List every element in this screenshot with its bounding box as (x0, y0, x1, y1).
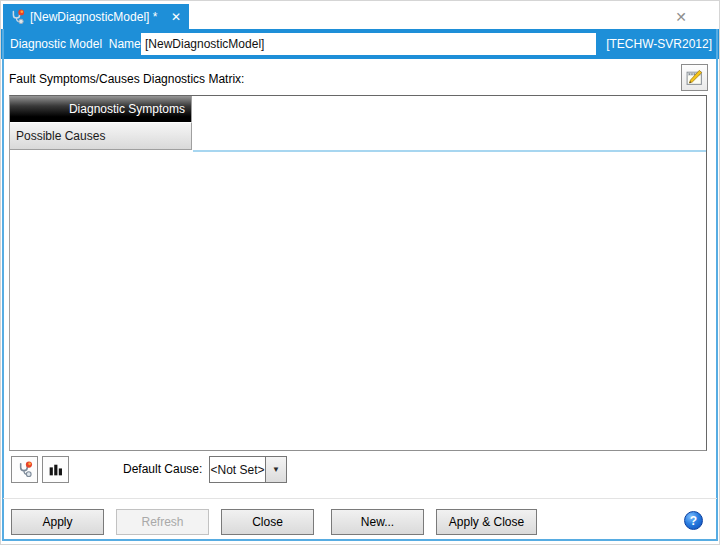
bar-chart-icon (47, 461, 64, 478)
edit-matrix-button[interactable] (681, 64, 708, 91)
default-cause-combobox[interactable]: <Not Set> ▼ (209, 456, 287, 483)
diagnostic-view-button[interactable] (11, 456, 38, 483)
tab-close-icon[interactable]: ✕ (171, 11, 181, 23)
new-button[interactable]: New... (331, 509, 424, 535)
default-cause-value: <Not Set> (210, 457, 265, 482)
diagnostic-model-window: [NewDiagnosticModel] * ✕ ✕ Diagnostic Mo… (0, 0, 720, 545)
causes-header-cell: Possible Causes (10, 122, 192, 150)
symptoms-header-cell: Diagnostic Symptoms (10, 96, 192, 122)
stethoscope-alert-icon (9, 9, 25, 25)
default-cause-label: Default Cause: (123, 456, 202, 483)
matrix-row-highlight-line (193, 150, 706, 152)
refresh-button[interactable]: Refresh (116, 509, 209, 535)
note-edit-icon (685, 68, 704, 87)
close-button[interactable]: Close (221, 509, 314, 535)
dropdown-button[interactable]: ▼ (265, 457, 286, 482)
help-button[interactable]: ? (684, 511, 703, 530)
name-bar: Diagnostic Model Name: [TECHW-SVR2012] (1, 29, 719, 59)
tab-new-diagnostic-model[interactable]: [NewDiagnosticModel] * ✕ (3, 4, 189, 29)
diagnostic-model-name-input[interactable] (141, 33, 596, 55)
server-badge: [TECHW-SVR2012] (606, 29, 712, 59)
footer-separator (3, 498, 717, 499)
stethoscope-alert-icon (16, 461, 33, 478)
diagnostics-matrix: Diagnostic Symptoms Possible Causes (9, 95, 707, 451)
window-close-icon[interactable]: ✕ (672, 8, 690, 26)
question-mark-icon: ? (690, 515, 697, 527)
tab-title: [NewDiagnosticModel] * (30, 10, 166, 24)
chevron-down-icon: ▼ (272, 465, 280, 474)
apply-button[interactable]: Apply (11, 509, 104, 535)
tab-bar: [NewDiagnosticModel] * ✕ ✕ (1, 1, 719, 29)
chart-view-button[interactable] (42, 456, 69, 483)
apply-and-close-button[interactable]: Apply & Close (436, 509, 537, 535)
diagnostic-model-name-label: Diagnostic Model Name: (10, 29, 144, 59)
matrix-section-label: Fault Symptoms/Causes Diagnostics Matrix… (9, 72, 244, 86)
